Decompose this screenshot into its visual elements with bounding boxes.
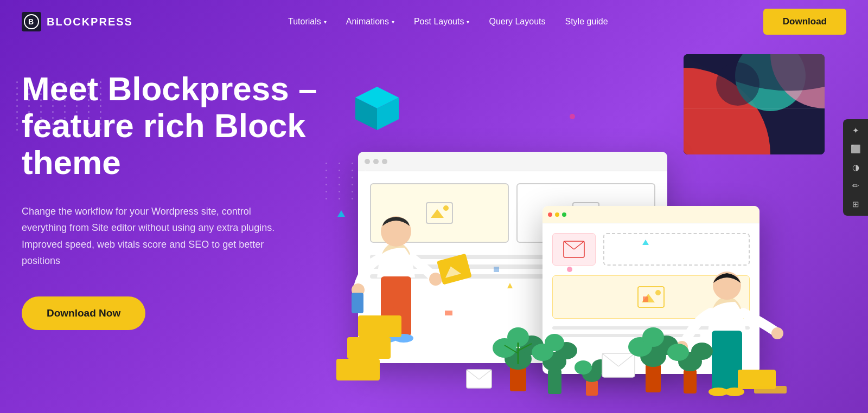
chevron-down-icon: ▾ [392,19,394,25]
svg-rect-80 [754,386,787,393]
download-button[interactable]: Download [763,9,846,35]
svg-rect-51 [586,380,598,396]
logo[interactable]: B BLOCKPRESS [22,12,133,31]
svg-point-9 [716,62,760,106]
select-icon[interactable]: ⬜ [851,144,861,154]
decorative-cube [353,84,396,127]
svg-rect-83 [643,296,648,302]
nav-style-guide[interactable]: Style guide [565,17,608,27]
svg-text:B: B [28,17,34,26]
hero-section: B BLOCKPRESS Tutorials ▾ Animations ▾ Po… [0,0,868,413]
svg-rect-84 [494,267,499,272]
nav-tutorials[interactable]: Tutorials ▾ [288,17,327,27]
svg-marker-82 [642,240,649,245]
svg-marker-81 [507,283,513,288]
chevron-down-icon: ▾ [324,19,327,25]
crop-icon[interactable]: ⊞ [852,199,859,209]
characters-illustration [304,153,792,413]
hero-artwork [684,54,825,154]
dot-pattern-right: const dp2=document.querySelector('[data-… [326,163,372,199]
nav-animations[interactable]: Animations ▾ [346,17,394,27]
svg-rect-66 [712,358,725,391]
svg-point-85 [567,267,572,272]
download-now-button[interactable]: Download Now [22,296,145,330]
svg-point-50 [545,334,564,351]
svg-rect-36 [347,337,391,359]
svg-rect-75 [684,370,697,393]
svg-rect-35 [336,359,380,380]
sidebar-tools: ✦ ⬜ ◑ ✏ ⊞ [843,119,868,216]
hero-content: Meet Blockpress – feature rich Block the… [22,70,326,330]
main-nav: Tutorials ▾ Animations ▾ Post Layouts ▾ … [288,17,608,27]
svg-point-77 [667,344,689,361]
deco-pink-dot [570,114,575,119]
cursor-icon[interactable]: ✦ [852,126,859,135]
deco-teal-triangle [337,210,345,217]
svg-point-26 [429,273,442,286]
svg-point-53 [575,360,592,375]
nav-post-layouts[interactable]: Post Layouts ▾ [414,17,470,27]
header: B BLOCKPRESS Tutorials ▾ Animations ▾ Po… [0,0,868,43]
svg-point-74 [642,327,664,347]
svg-point-78 [691,343,713,360]
svg-rect-37 [358,315,401,337]
hero-description: Change the workflow for your Wordpress s… [22,203,293,269]
nav-query-layouts[interactable]: Query Layouts [489,17,545,27]
chevron-down-icon: ▾ [467,19,469,25]
contrast-icon[interactable]: ◑ [852,163,859,172]
logo-icon: B [22,12,41,31]
svg-rect-70 [646,364,661,392]
pen-icon[interactable]: ✏ [852,181,859,191]
hero-title: Meet Blockpress – feature rich Block the… [22,70,326,182]
svg-point-64 [771,327,783,339]
deco-orange-rect [445,311,452,315]
logo-text: BLOCKPRESS [47,16,133,28]
svg-rect-34 [352,293,363,313]
svg-rect-46 [548,370,561,394]
